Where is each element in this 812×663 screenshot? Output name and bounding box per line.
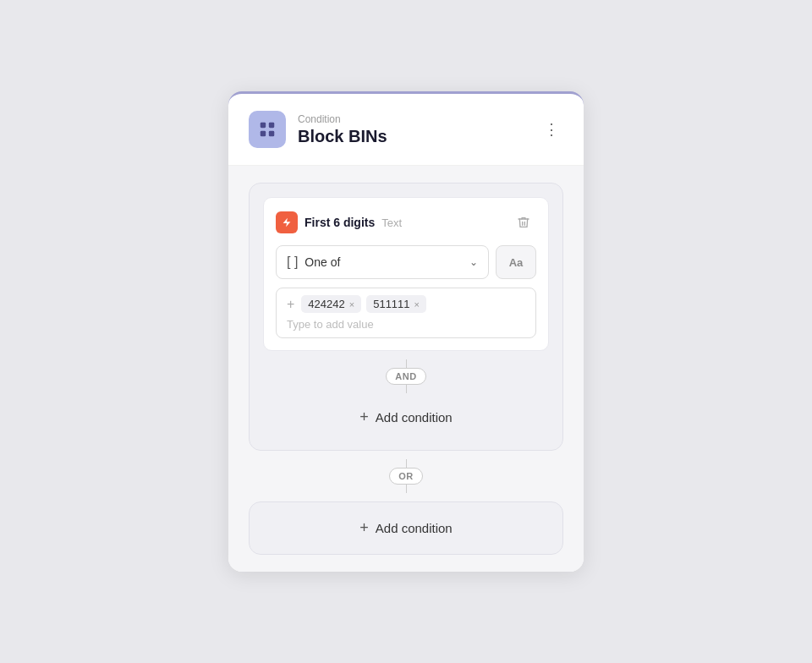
svg-rect-0 (261, 123, 266, 128)
svg-rect-1 (269, 123, 274, 128)
and-connector: AND (263, 359, 549, 393)
add-condition-outer-group: + Add condition (249, 501, 563, 555)
add-condition-inner-label: Add condition (376, 410, 453, 425)
operator-dropdown[interactable]: [ ] One of ⌄ (276, 245, 489, 279)
trash-icon (517, 216, 530, 229)
condition-name: First 6 digits (304, 216, 375, 229)
tag-value: 424242 (308, 298, 344, 310)
condition-controls: [ ] One of ⌄ Aa (276, 245, 536, 279)
or-badge: OR (389, 468, 423, 485)
header-text: Condition Block BINs (298, 113, 540, 146)
svg-rect-3 (269, 131, 274, 136)
main-panel: Condition Block BINs ⋮ First 6 digits Te… (228, 91, 584, 572)
panel-header-icon (249, 111, 286, 148)
dropdown-label: One of (304, 255, 469, 269)
tag-511111: 511111 × (366, 295, 426, 313)
panel-header: Condition Block BINs ⋮ (228, 94, 584, 166)
bolt-icon (281, 216, 293, 228)
tag-424242: 424242 × (301, 295, 361, 313)
chevron-down-icon: ⌄ (469, 256, 478, 268)
tag-value: 511111 (373, 298, 409, 310)
add-condition-outer-label: Add condition (376, 521, 453, 535)
bracket-icon: [ ] (287, 255, 298, 270)
more-menu-button[interactable]: ⋮ (540, 118, 563, 141)
tag-remove-button[interactable]: × (414, 299, 420, 310)
add-condition-outer-button[interactable]: + Add condition (263, 506, 549, 551)
connector-line-bottom (406, 385, 407, 393)
connector-line-top-or (406, 459, 407, 468)
tags-row: + 424242 × 511111 × (287, 295, 525, 313)
first-6-digits-icon (276, 211, 298, 233)
tags-placeholder: Type to add value (287, 318, 525, 331)
add-outer-plus-icon: + (359, 519, 369, 537)
svg-rect-2 (261, 131, 266, 136)
condition-icon (258, 120, 277, 139)
tags-input[interactable]: + 424242 × 511111 × Type to add value (276, 288, 536, 338)
header-title: Block BINs (298, 127, 540, 146)
condition-card-header: First 6 digits Text (276, 210, 536, 235)
add-plus-icon: + (359, 408, 369, 426)
add-condition-inner-button[interactable]: + Add condition (263, 398, 549, 436)
add-tag-icon: + (287, 297, 294, 312)
delete-button[interactable] (511, 210, 536, 235)
content-area: First 6 digits Text [ ] (228, 166, 584, 572)
and-badge: AND (386, 368, 425, 385)
condition-card: First 6 digits Text [ ] (263, 197, 549, 351)
connector-line-top (406, 359, 407, 368)
connector-line-bottom-or (406, 485, 407, 493)
case-sensitive-button[interactable]: Aa (496, 245, 536, 279)
condition-type: Text (381, 216, 402, 229)
tag-remove-button[interactable]: × (349, 299, 354, 310)
or-connector: OR (249, 459, 563, 493)
header-label: Condition (298, 113, 540, 125)
condition-group: First 6 digits Text [ ] (249, 183, 563, 451)
